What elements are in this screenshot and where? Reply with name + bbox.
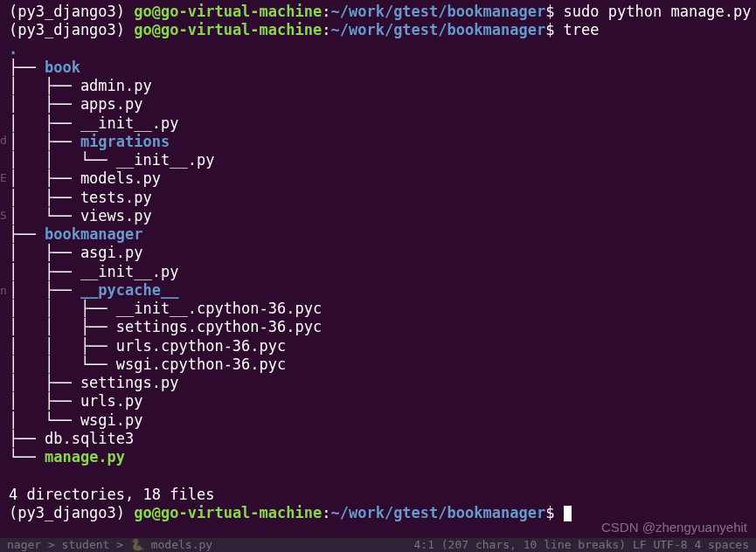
cwd-path: ~/work/gtest/bookmanager: [330, 3, 545, 20]
tree-row: │ │ └── wsgi.cpython-36.pyc: [9, 355, 747, 374]
user-host: go@go-virtual-machine: [134, 21, 322, 38]
user-host: go@go-virtual-machine: [134, 504, 322, 521]
cwd-path: ~/work/gtest/bookmanager: [330, 21, 545, 38]
tree-row: │ └── views.py: [9, 207, 747, 225]
tree-row: ├── db.sqlite3: [9, 430, 747, 448]
command-text: sudo python manage.py startapp book: [564, 3, 756, 20]
cwd-path: ~/work/gtest/bookmanager: [330, 504, 545, 521]
tree-row: └── manage.py: [9, 448, 747, 466]
blank-line: [9, 466, 747, 485]
tree-row: │ ├── tests.py: [9, 189, 747, 207]
tree-row: │ └── wsgi.py: [9, 411, 747, 430]
file-manage-py: manage.py: [45, 448, 125, 466]
tree-row: │ ├── __pycache__: [9, 281, 747, 300]
editor-gutter: dES n: [0, 122, 7, 309]
tree-row: │ ├── settings.py: [9, 374, 747, 392]
tree-row: ├── book: [9, 59, 747, 77]
tree-row: ├── bookmanager: [9, 225, 747, 244]
dir-bookmanager: bookmanager: [45, 225, 143, 243]
tree-row: │ ├── urls.py: [9, 392, 747, 411]
terminal-cursor: [564, 506, 572, 521]
watermark-text: CSDN @zhengyuanyehit: [601, 520, 747, 536]
tree-row: │ │ ├── settings.cpython-36.pyc: [9, 318, 747, 336]
tree-row: │ ├── __init__.py: [9, 114, 747, 133]
tree-row: │ │ ├── urls.cpython-36.pyc: [9, 337, 747, 355]
prompt-line-1: (py3_django3) go@go-virtual-machine:~/wo…: [9, 3, 747, 21]
editor-status-bar: nager > student > 🐍 models.py 4:1 (207 c…: [0, 538, 756, 552]
dir-pycache: __pycache__: [80, 281, 179, 299]
command-text: tree: [564, 21, 600, 38]
tree-row: │ ├── asgi.py: [9, 244, 747, 262]
dir-migrations: migrations: [80, 133, 170, 150]
venv-label: (py3_django3): [9, 504, 134, 521]
tree-row: │ ├── apps.py: [9, 95, 747, 114]
tree-row: │ ├── __init__.py: [9, 263, 747, 281]
tree-root: .: [9, 40, 747, 59]
tree-row: │ │ ├── __init__.cpython-36.pyc: [9, 300, 747, 318]
user-host: go@go-virtual-machine: [134, 3, 322, 20]
status-right: 4:1 (207 chars, 10 line breaks) LF UTF-8…: [413, 538, 749, 552]
venv-label: (py3_django3): [9, 21, 134, 38]
prompt-line-2: (py3_django3) go@go-virtual-machine:~/wo…: [9, 21, 747, 39]
venv-label: (py3_django3): [9, 3, 134, 20]
tree-summary: 4 directories, 18 files: [9, 486, 747, 504]
status-left: nager > student > 🐍 models.py: [7, 538, 212, 552]
tree-row: │ ├── admin.py: [9, 77, 747, 95]
tree-row: │ ├── migrations: [9, 133, 747, 151]
tree-row: │ ├── models.py: [9, 169, 747, 188]
tree-row: │ │ └── __init__.py: [9, 151, 747, 169]
dir-book: book: [45, 59, 80, 76]
